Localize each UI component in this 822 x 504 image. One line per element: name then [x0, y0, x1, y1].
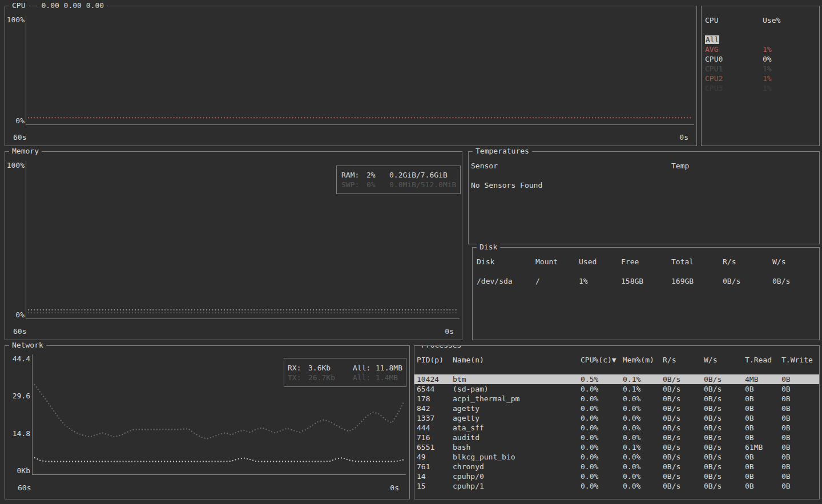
process-row[interactable]: 6551bash0.0%0.1%0B/s0B/s61MB0B: [414, 442, 819, 452]
process-cell: 0.0%: [581, 433, 623, 442]
process-cell: 0.0%: [623, 404, 663, 413]
process-cell: 0B: [781, 413, 819, 423]
process-rows: 10424btm0.5%0.1%0B/s0B/s4MB0B6544(sd-pam…: [414, 374, 819, 491]
process-cell: 0.0%: [581, 404, 623, 413]
process-cell: 10424: [417, 374, 453, 384]
process-row[interactable]: 49blkcg_punt_bio0.0%0.0%0B/s0B/s0B0B: [414, 452, 819, 462]
temperatures-panel[interactable]: Temperatures Sensor Temp No Sensors Foun…: [468, 151, 820, 244]
process-row[interactable]: 6544(sd-pam)0.0%0.1%0B/s0B/s0B0B: [414, 384, 819, 394]
process-col-cpuc[interactable]: CPU%(c)▼: [581, 355, 623, 365]
process-row[interactable]: 1337agetty0.0%0.0%0B/s0B/s0B0B: [414, 413, 819, 423]
cpu-legend-header: CPU Use%: [702, 6, 819, 25]
process-cell: 0B/s: [663, 433, 704, 442]
cpu-graph-panel[interactable]: CPU 0.00 0.00 0.00 100% 0% 60s 0s: [5, 6, 697, 146]
process-cell: 0B/s: [704, 394, 745, 404]
process-cell: 0.0%: [623, 394, 663, 404]
process-col-ws[interactable]: W/s: [704, 355, 745, 365]
memory-x-right-label: 0s: [445, 327, 454, 336]
process-row[interactable]: 178acpi_thermal_pm0.0%0.0%0B/s0B/s0B0B: [414, 394, 819, 404]
cpu-legend-panel[interactable]: CPU Use% AllAVG1%CPU00%CPU11%CPU21%CPU31…: [701, 6, 820, 146]
process-row[interactable]: 15cpuhp/10.0%0.0%0B/s0B/s0B0B: [414, 481, 819, 491]
process-cell: 6544: [417, 384, 453, 394]
rx-all-label: All:: [353, 363, 376, 373]
cpu-legend-row-all[interactable]: All: [702, 35, 819, 45]
cpu-legend-row-cpu2[interactable]: CPU21%: [702, 74, 819, 83]
disk-header: DiskMountUsedFreeTotalR/sW/s: [473, 248, 819, 267]
process-cell: 0B: [781, 423, 819, 433]
process-row[interactable]: 716auditd0.0%0.0%0B/s0B/s0B0B: [414, 433, 819, 442]
cpu-legend-row-cpu0[interactable]: CPU00%: [702, 54, 819, 64]
process-cell: 0.0%: [623, 413, 663, 423]
process-cell: 0B: [781, 462, 819, 471]
disk-row[interactable]: /dev/sda/1%158GB169GB0B/s0B/s: [473, 276, 819, 286]
network-y-label-2: 14.8: [13, 429, 30, 438]
process-cell: 0B/s: [663, 462, 704, 471]
cpu-entry-usage: 1%: [763, 64, 819, 74]
cpu-legend-row-avg[interactable]: AVG1%: [702, 45, 819, 54]
title-separator: [29, 6, 37, 6]
process-cell: 0B: [745, 471, 781, 481]
process-row[interactable]: 444ata_sff0.0%0.0%0B/s0B/s0B0B: [414, 423, 819, 433]
process-cell: 0B: [781, 433, 819, 442]
process-cell: 0B/s: [704, 433, 745, 442]
cpu-entry-usage: 1%: [763, 74, 819, 83]
cpu-y-max-label: 100%: [7, 15, 25, 24]
process-row[interactable]: 14cpuhp/00.0%0.0%0B/s0B/s0B0B: [414, 471, 819, 481]
network-panel-title-text: Network: [12, 340, 43, 350]
process-cell: 0B/s: [704, 442, 745, 452]
network-x-right-label: 0s: [390, 483, 399, 492]
process-col-tread[interactable]: T.Read: [745, 355, 781, 365]
process-cell: 0B/s: [704, 471, 745, 481]
network-y-label-1: 29.6: [13, 392, 30, 400]
cpu-legend-row-cpu1[interactable]: CPU11%: [702, 64, 819, 74]
process-cell: chronyd: [453, 462, 581, 471]
cpu-legend-col-cpu: CPU: [705, 15, 763, 25]
ram-percent: 2%: [366, 170, 389, 180]
process-row[interactable]: 10424btm0.5%0.1%0B/s0B/s4MB0B: [414, 374, 819, 384]
cpu-y-min-label: 0%: [15, 116, 25, 125]
process-col-namen[interactable]: Name(n): [453, 355, 581, 365]
memory-legend-swap: SWP: 0% 0.0MiB/512.0MiB: [337, 180, 460, 189]
spacer: [414, 365, 819, 374]
disk-col-free: Free: [621, 257, 671, 267]
cpu-legend-row-cpu3[interactable]: CPU31%: [702, 83, 819, 93]
cpu-entry-name: CPU2: [705, 74, 763, 83]
disk-cell: /: [535, 276, 579, 286]
process-cell: 0B: [781, 481, 819, 491]
process-cell: 0B: [781, 452, 819, 462]
process-cell: 842: [417, 404, 453, 413]
network-panel[interactable]: Network 44.4 29.6 14.8 0Kb 60s 0s RX: 3.…: [5, 345, 410, 499]
cpu-y-axis: 100% 0%: [6, 15, 25, 125]
tx-label: TX:: [288, 373, 308, 382]
disk-col-rs: R/s: [723, 257, 772, 267]
process-cell: 14: [417, 471, 453, 481]
process-col-pidp[interactable]: PID(p): [417, 355, 453, 365]
process-cell: 0B: [745, 481, 781, 491]
process-cell: 0B/s: [704, 481, 745, 491]
disk-cell: 169GB: [671, 276, 723, 286]
processes-panel[interactable]: Processes PID(p)Name(n)CPU%(c)▼Mem%(m)R/…: [414, 345, 820, 499]
processes-header: PID(p)Name(n)CPU%(c)▼Mem%(m)R/sW/sT.Read…: [414, 346, 819, 365]
process-cell: 0B/s: [663, 423, 704, 433]
process-cell: 0B/s: [663, 394, 704, 404]
disk-cell: 0B/s: [723, 276, 772, 286]
process-cell: 4MB: [745, 374, 781, 384]
process-cell: 0.0%: [581, 413, 623, 423]
memory-panel[interactable]: Memory 100% 0% 60s 0s RAM: 2% 0.2GiB/7.6…: [5, 151, 462, 340]
process-cell: 0.0%: [623, 462, 663, 471]
process-cell: 0.0%: [581, 442, 623, 452]
network-y-axis: 44.4 29.6 14.8 0Kb: [6, 354, 30, 475]
process-cell: 0B/s: [663, 404, 704, 413]
network-x-axis: 60s 0s: [18, 483, 399, 492]
process-cell: auditd: [453, 433, 581, 442]
disk-panel[interactable]: Disk DiskMountUsedFreeTotalR/sW/s /dev/s…: [472, 247, 820, 340]
process-row[interactable]: 842agetty0.0%0.0%0B/s0B/s0B0B: [414, 404, 819, 413]
process-cell: 0B/s: [704, 462, 745, 471]
process-col-memm[interactable]: Mem%(m): [623, 355, 663, 365]
process-row[interactable]: 761chronyd0.0%0.0%0B/s0B/s0B0B: [414, 462, 819, 471]
process-cell: 0B/s: [663, 452, 704, 462]
process-cell: cpuhp/1: [453, 481, 581, 491]
process-col-rs[interactable]: R/s: [663, 355, 704, 365]
rx-total: 11.8MB: [376, 363, 402, 373]
process-col-twrite[interactable]: T.Write: [781, 355, 819, 365]
